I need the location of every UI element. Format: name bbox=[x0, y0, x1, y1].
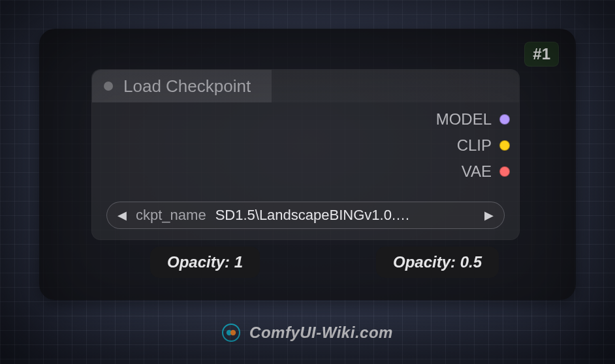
output-model[interactable]: MODEL bbox=[436, 110, 510, 129]
chevron-left-icon[interactable]: ◀ bbox=[118, 208, 127, 222]
ckpt-key-label: ckpt_name bbox=[136, 207, 206, 224]
node-header[interactable]: Load Checkpoint bbox=[92, 70, 519, 102]
output-clip[interactable]: CLIP bbox=[436, 136, 510, 155]
output-label: CLIP bbox=[457, 136, 492, 155]
node-title: Load Checkpoint bbox=[123, 76, 251, 97]
comfyui-logo-icon bbox=[222, 324, 240, 342]
opacity-caption-left: Opacity: 1 bbox=[150, 247, 260, 278]
svg-point-1 bbox=[230, 330, 236, 335]
output-socket-icon[interactable] bbox=[499, 114, 510, 125]
output-label: VAE bbox=[462, 162, 492, 181]
collapse-dot-icon[interactable] bbox=[104, 82, 113, 91]
step-badge: #1 bbox=[524, 42, 559, 67]
ckpt-name-selector[interactable]: ◀ ckpt_name SD1.5\LandscapeBINGv1.0.… ▶ bbox=[106, 202, 505, 229]
output-vae[interactable]: VAE bbox=[436, 162, 510, 181]
output-label: MODEL bbox=[436, 110, 492, 129]
ckpt-value: SD1.5\LandscapeBINGv1.0.… bbox=[215, 207, 475, 224]
watermark-text: ComfyUI-Wiki.com bbox=[249, 324, 393, 342]
watermark: ComfyUI-Wiki.com bbox=[0, 324, 615, 342]
load-checkpoint-node[interactable]: Load Checkpoint MODEL CLIP VAE ◀ ckpt_na… bbox=[91, 69, 520, 240]
node-outputs: MODEL CLIP VAE bbox=[436, 110, 519, 181]
opacity-caption-right: Opacity: 0.5 bbox=[376, 247, 499, 278]
output-socket-icon[interactable] bbox=[499, 140, 510, 151]
output-socket-icon[interactable] bbox=[499, 166, 510, 177]
chevron-right-icon[interactable]: ▶ bbox=[484, 208, 494, 222]
main-panel: #1 Load Checkpoint MODEL CLIP VAE ◀ ckpt… bbox=[39, 29, 576, 300]
